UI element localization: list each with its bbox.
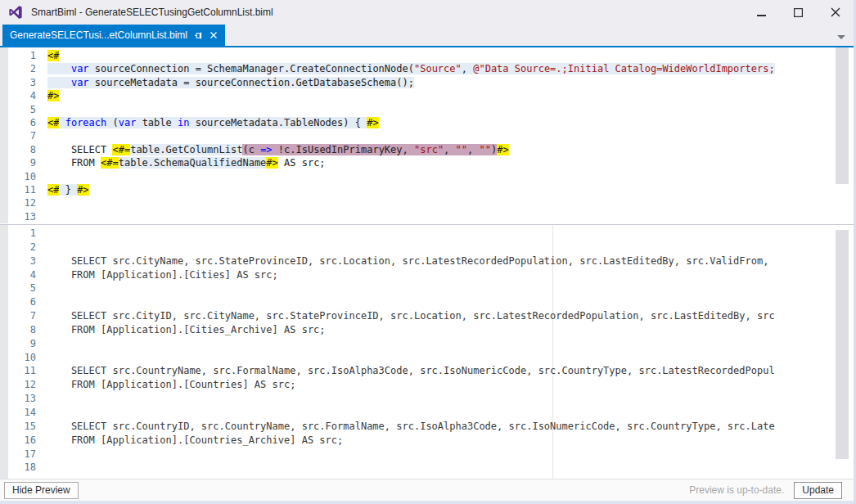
line-number: 9 [0, 156, 36, 169]
tab-label: GenerateSELECTusi...etColumnList.biml [10, 29, 187, 41]
code-line[interactable]: FROM [Application].[Cities_Archive] AS s… [36, 323, 326, 337]
code-line[interactable]: SELECT src.CountryID, src.CountryName, s… [36, 420, 775, 434]
editor-scrollbar-track[interactable] [834, 47, 850, 223]
editor-line-row: 18 [0, 461, 854, 475]
line-number: 15 [0, 420, 36, 434]
hide-preview-button[interactable]: Hide Preview [4, 482, 79, 499]
minimize-button[interactable] [743, 0, 780, 25]
code-line[interactable] [36, 196, 47, 209]
maximize-icon [794, 8, 803, 17]
code-line[interactable] [36, 241, 47, 254]
code-line[interactable]: FROM <#=table.SchemaQualifiedName#> AS s… [36, 156, 326, 169]
code-line[interactable]: SELECT src.CountryName, src.FormalName, … [36, 364, 775, 378]
preview-status-text: Preview is up-to-date. [689, 484, 784, 496]
editor-line-row: 11<# } #> [0, 183, 854, 196]
code-line[interactable] [36, 129, 47, 142]
editor-line-row: 10 [0, 170, 854, 183]
line-number: 3 [0, 76, 36, 89]
tab-list-chevron-down-icon[interactable] [837, 35, 845, 39]
pin-tab-button[interactable] [194, 31, 203, 40]
preview-scrollbar-thumb[interactable] [836, 230, 849, 459]
editor-line-row: 15 SELECT src.CountryID, src.CountryName… [0, 420, 854, 434]
biml-editor-pane[interactable]: 1<#2 var sourceConnection = SchemaManage… [0, 47, 854, 223]
code-line[interactable] [36, 392, 47, 406]
code-line[interactable]: SELECT src.CityName, src.StateProvinceID… [36, 254, 768, 268]
line-number: 3 [0, 254, 36, 268]
code-line[interactable] [36, 461, 47, 475]
line-number: 2 [0, 62, 36, 75]
close-icon [831, 7, 840, 17]
close-button[interactable] [817, 0, 854, 25]
code-line[interactable]: FROM [Application].[Cities] AS src; [36, 268, 278, 282]
editor-line-row: 14 [0, 406, 854, 420]
pin-icon [194, 31, 203, 40]
code-line[interactable] [36, 448, 47, 461]
window-controls [743, 0, 854, 25]
code-line[interactable]: <# [36, 49, 59, 62]
editor-line-row: 7 SELECT src.CityID, src.CityName, src.S… [0, 309, 854, 323]
app-window: SmartBiml - GenerateSELECTusingGetColumn… [0, 0, 856, 504]
editor-line-row: 3 var sourceMetadata = sourceConnection.… [0, 76, 854, 89]
line-number: 13 [0, 392, 36, 406]
code-line[interactable]: SELECT src.CityID, src.CityName, src.Sta… [36, 309, 775, 323]
editor-line-row: 7 [0, 129, 854, 142]
maximize-button[interactable] [780, 0, 817, 25]
editor-line-row: 5 [0, 103, 854, 116]
code-line[interactable]: var sourceMetadata = sourceConnection.Ge… [36, 76, 414, 89]
code-line[interactable] [36, 351, 47, 365]
code-line[interactable]: <# foreach (var table in sourceMetadata.… [36, 116, 379, 129]
line-number: 8 [0, 143, 36, 156]
code-line[interactable]: #> [36, 89, 59, 102]
editor-line-row: 2 [0, 241, 854, 254]
preview-pane[interactable]: 123 SELECT src.CityName, src.StateProvin… [0, 224, 854, 479]
editor-line-row: 5 [0, 281, 854, 295]
code-line[interactable] [36, 295, 47, 309]
editor-line-row: 1 [0, 227, 854, 241]
code-line[interactable] [36, 281, 47, 295]
window-bottom-edge [0, 501, 856, 504]
code-line[interactable]: FROM [Application].[Countries_Archive] A… [36, 434, 343, 448]
editor-line-row: 12 [0, 196, 854, 209]
code-line[interactable] [36, 337, 47, 351]
line-number: 10 [0, 351, 36, 365]
line-number: 5 [0, 103, 36, 116]
editor-line-row: 4 FROM [Application].[Cities] AS src; [0, 268, 854, 282]
editor-line-row: 9 [0, 337, 854, 351]
minimize-icon [757, 8, 766, 17]
editor-line-row: 3 SELECT src.CityName, src.StateProvince… [0, 254, 854, 268]
line-number: 1 [0, 49, 36, 62]
code-line[interactable]: <# } #> [36, 183, 89, 196]
update-button[interactable]: Update [794, 482, 842, 499]
line-number: 9 [0, 337, 36, 351]
editor-scrollbar-thumb[interactable] [836, 47, 849, 184]
preview-scrollbar-track[interactable] [834, 225, 850, 479]
line-number: 7 [0, 129, 36, 142]
code-line[interactable] [36, 227, 47, 241]
editor-line-row: 12 FROM [Application].[Countries] AS src… [0, 378, 854, 392]
close-tab-button[interactable] [209, 31, 218, 39]
line-number: 17 [0, 448, 36, 461]
code-line[interactable] [36, 210, 47, 223]
line-number: 11 [0, 364, 36, 378]
line-number: 13 [0, 210, 36, 223]
code-line[interactable] [36, 103, 47, 116]
editor-line-row: 4#> [0, 89, 854, 102]
editor-line-row: 2 var sourceConnection = SchemaManager.C… [0, 62, 854, 75]
editor-line-row: 17 [0, 448, 854, 461]
editor-line-row: 11 SELECT src.CountryName, src.FormalNam… [0, 364, 854, 378]
code-line[interactable]: SELECT <#=table.GetColumnList(c => !c.Is… [36, 143, 509, 156]
tab-generate-select-biml[interactable]: GenerateSELECTusi...etColumnList.biml [2, 25, 225, 46]
code-line[interactable]: var sourceConnection = SchemaManager.Cre… [36, 62, 775, 75]
editor-line-row: 13 [0, 210, 854, 223]
line-number: 12 [0, 196, 36, 209]
window-title: SmartBiml - GenerateSELECTusingGetColumn… [31, 7, 273, 18]
code-line[interactable]: FROM [Application].[Countries] AS src; [36, 378, 295, 392]
line-number: 5 [0, 281, 36, 295]
code-line[interactable] [36, 406, 47, 420]
line-number: 11 [0, 183, 36, 196]
line-number: 8 [0, 323, 36, 337]
line-number: 4 [0, 268, 36, 282]
code-line[interactable] [36, 170, 47, 183]
editor-line-row: 1<# [0, 49, 854, 62]
editor-line-row: 8 SELECT <#=table.GetColumnList(c => !c.… [0, 143, 854, 156]
